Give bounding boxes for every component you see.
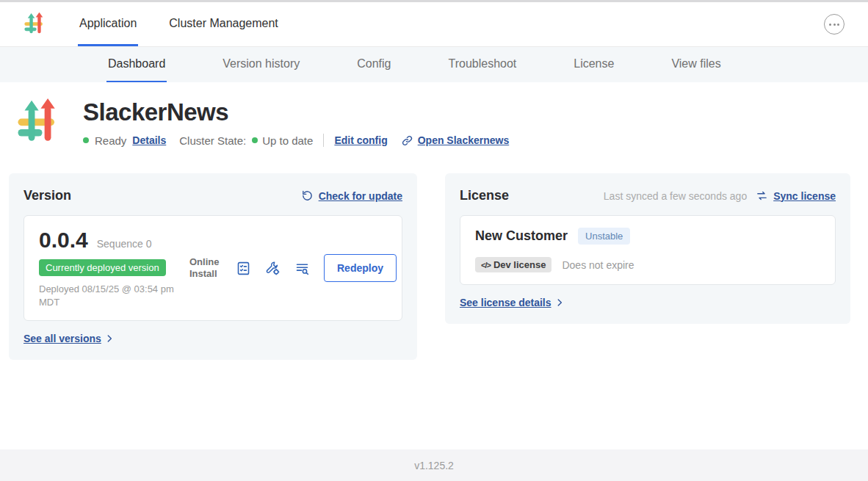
page-title: SlackerNews [83,98,509,126]
version-card-title: Version [23,188,71,203]
sync-license-link[interactable]: Sync license [773,190,836,202]
expiration-text: Does not expire [562,259,634,271]
deployed-badge: Currently deployed version [39,259,166,276]
deployed-timestamp: Deployed 08/15/25 @ 03:54 pm MDT [39,283,189,308]
tab-cluster-management-label: Cluster Management [169,17,278,30]
cluster-state-label: Cluster State: [179,134,246,147]
chevron-right-icon [104,333,115,344]
main-content: SlackerNews Ready Details Cluster State:… [0,82,868,449]
current-version-box: 0.0.4 Sequence 0 Currently deployed vers… [23,215,402,321]
open-app-link[interactable]: Open Slackernews [418,134,510,146]
link-icon [401,134,413,147]
divider [323,134,324,147]
license-type-badge: </> Dev license [475,257,551,272]
cluster-state-value: Up to date [262,134,313,147]
license-details-box: New Customer Unstable </> Dev license Do… [460,215,836,285]
see-license-details-link[interactable]: See license details [460,297,551,308]
version-number: 0.0.4 [39,228,88,253]
customer-name: New Customer [475,228,568,244]
subnav-troubleshoot[interactable]: Troubleshoot [446,47,518,82]
top-tabs: Application Cluster Management [78,2,280,46]
subnav-license[interactable]: License [572,47,615,82]
cluster-state-dot [252,137,258,143]
slackernews-logo-icon [23,12,46,37]
config-wrench-icon[interactable] [265,261,281,276]
subnav-config[interactable]: Config [355,47,392,82]
overflow-menu-button[interactable] [824,14,845,35]
license-card-title: License [460,188,509,203]
deploy-logs-icon[interactable] [294,261,310,276]
see-all-versions-link[interactable]: See all versions [23,333,101,344]
slackernews-app-icon [15,98,61,147]
top-navbar: Application Cluster Management [0,0,868,47]
details-link[interactable]: Details [132,134,166,146]
channel-badge: Unstable [578,228,630,245]
release-notes-icon[interactable] [236,261,251,276]
ready-status-dot [83,137,89,143]
chevron-right-icon [554,297,565,308]
app-status-row: Ready Details Cluster State: Up to date … [83,134,509,147]
console-version: v1.125.2 [414,460,454,471]
app-subnav: Dashboard Version history Config Trouble… [0,47,868,82]
version-card: Version Check for update 0.0.4 Sequence … [9,173,417,360]
ellipsis-icon [829,23,831,26]
tab-application-label: Application [79,17,137,30]
app-header: SlackerNews Ready Details Cluster State:… [0,82,868,147]
check-for-update-link[interactable]: Check for update [319,190,402,202]
subnav-view-files[interactable]: View files [670,47,722,82]
subnav-dashboard[interactable]: Dashboard [106,47,167,82]
refresh-icon [301,189,314,202]
tab-application[interactable]: Application [78,2,138,46]
dashboard-cards: Version Check for update 0.0.4 Sequence … [0,173,868,360]
code-icon: </> [481,261,491,270]
redeploy-button[interactable]: Redeploy [324,254,397,282]
sequence-label: Sequence 0 [97,238,152,250]
install-type-label: Online Install [189,256,222,281]
license-type-label: Dev license [493,259,546,270]
app-logo [23,2,46,46]
ready-status-label: Ready [95,134,126,147]
sync-arrows-icon [756,189,768,202]
edit-config-link[interactable]: Edit config [334,134,387,146]
subnav-version-history[interactable]: Version history [221,47,301,82]
last-synced-text: Last synced a few seconds ago [604,190,747,202]
app-footer: v1.125.2 [0,449,868,481]
tab-cluster-management[interactable]: Cluster Management [167,2,280,46]
license-card: License Last synced a few seconds ago Sy… [445,173,850,324]
